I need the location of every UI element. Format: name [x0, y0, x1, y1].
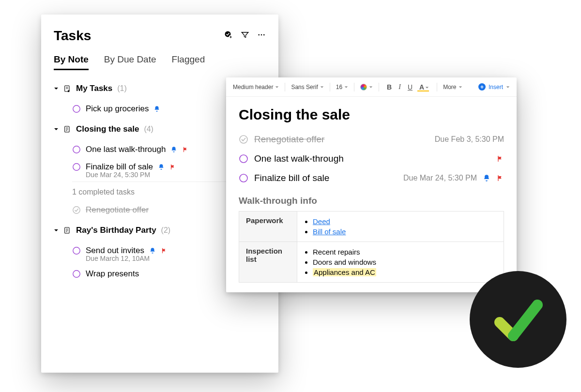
note-task-row[interactable]: One last walk-through: [239, 149, 504, 168]
due-date: Due Feb 3, 5:30 PM: [435, 135, 504, 144]
list-item: Appliances and AC: [313, 267, 497, 277]
task-checkbox[interactable]: [239, 154, 248, 164]
note-editor: Medium header Sans Serif 16 B I U A More…: [226, 77, 517, 292]
bell-icon: [170, 146, 177, 153]
table-row: Inspection list Recent repairs Doors and…: [239, 242, 504, 283]
svg-point-2: [258, 34, 260, 36]
check-badge: [470, 271, 566, 368]
link-deed[interactable]: Deed: [313, 217, 330, 226]
task-checkbox[interactable]: [72, 145, 81, 154]
svg-point-12: [73, 247, 80, 254]
flag-icon: [496, 174, 504, 182]
task-checkbox[interactable]: [72, 105, 81, 113]
svg-point-10: [73, 207, 80, 213]
svg-point-16: [240, 174, 247, 182]
svg-point-4: [263, 34, 265, 36]
note-icon: [63, 226, 71, 235]
note-body[interactable]: Closing the sale Renegotiate offer Due F…: [226, 97, 517, 292]
list-item: Doors and windows: [313, 257, 497, 267]
tasks-header: Tasks: [54, 28, 266, 44]
flag-icon: [182, 146, 189, 153]
color-picker[interactable]: [360, 84, 373, 90]
svg-point-6: [73, 106, 80, 112]
task-title: Wrap presents: [86, 269, 139, 279]
link-bill-of-sale[interactable]: Bill of sale: [313, 227, 346, 236]
chevron-down-icon: [54, 127, 59, 132]
note-star-icon: [63, 84, 71, 93]
list-item: Recent repairs: [313, 247, 497, 257]
task-checkbox[interactable]: [239, 173, 248, 183]
svg-point-3: [261, 34, 262, 36]
group-name: Ray's Birthday Party: [76, 226, 156, 235]
task-title: Finalize bill of sale: [86, 162, 153, 172]
filter-icon[interactable]: [241, 30, 249, 41]
task-title: Send out invites: [86, 246, 144, 256]
note-title: Closing the sale: [239, 106, 504, 123]
font-dropdown[interactable]: Sans Serif: [291, 84, 323, 90]
plus-icon: +: [478, 83, 486, 90]
tab-by-note[interactable]: By Note: [54, 54, 89, 70]
note-icon: [63, 125, 71, 134]
task-checkbox-done[interactable]: [239, 135, 248, 144]
table-row: Paperwork Deed Bill of sale: [239, 211, 504, 242]
task-title: Renegotiate offer: [86, 205, 149, 215]
task-title: Pick up groceries: [86, 104, 149, 114]
group-count: (4): [144, 125, 153, 134]
checkmark-icon: [489, 290, 547, 348]
svg-point-9: [73, 164, 80, 170]
task-checkbox[interactable]: [72, 270, 81, 278]
bold-button[interactable]: B: [385, 83, 394, 91]
svg-point-15: [240, 155, 247, 163]
row-value: Deed Bill of sale: [297, 211, 504, 242]
row-label: Inspection list: [239, 242, 297, 283]
flag-icon: [161, 247, 168, 254]
group-name: My Tasks: [76, 84, 112, 93]
row-value: Recent repairs Doors and windows Applian…: [297, 242, 504, 283]
italic-button[interactable]: I: [397, 83, 403, 91]
chevron-down-icon: [54, 228, 59, 233]
svg-point-14: [240, 136, 247, 143]
task-title: One last walk-through: [86, 145, 166, 154]
more-dropdown[interactable]: More: [443, 84, 462, 90]
bell-icon: [483, 174, 490, 182]
group-count: (1): [117, 84, 127, 93]
task-checkbox-done[interactable]: [72, 206, 81, 214]
flag-icon: [496, 155, 504, 163]
underline-button[interactable]: U: [406, 83, 414, 91]
note-section-heading: Walk-through info: [239, 196, 504, 206]
editor-toolbar: Medium header Sans Serif 16 B I U A More…: [226, 77, 517, 97]
due-date: Due Mar 24, 5:30 PM: [403, 174, 477, 182]
more-icon[interactable]: [257, 30, 266, 41]
bell-icon: [149, 247, 156, 254]
insert-button[interactable]: + Insert: [478, 83, 510, 90]
highlight-button[interactable]: A: [417, 83, 431, 91]
svg-point-13: [73, 271, 80, 277]
tab-flagged[interactable]: Flagged: [172, 54, 205, 70]
tasks-title: Tasks: [54, 28, 91, 44]
note-task-title: Finalize bill of sale: [254, 173, 329, 183]
row-label: Paperwork: [239, 211, 297, 242]
group-name: Closing the sale: [76, 124, 139, 134]
note-task-row[interactable]: Finalize bill of sale Due Mar 24, 5:30 P…: [239, 168, 504, 188]
task-checkbox[interactable]: [72, 163, 81, 171]
fontsize-dropdown[interactable]: 16: [336, 84, 348, 90]
bell-icon: [153, 106, 160, 112]
task-checkbox[interactable]: [72, 246, 81, 255]
style-dropdown[interactable]: Medium header: [233, 84, 279, 90]
tasks-tabs: By Note By Due Date Flagged: [54, 54, 266, 70]
note-task-title: Renegotiate offer: [254, 134, 324, 145]
note-task-row[interactable]: Renegotiate offer Due Feb 3, 5:30 PM: [239, 130, 504, 149]
add-task-icon[interactable]: [224, 30, 233, 41]
bell-icon: [158, 164, 165, 170]
group-count: (2): [161, 226, 171, 235]
flag-icon: [169, 164, 176, 170]
chevron-down-icon: [54, 86, 59, 91]
note-task-title: One last walk-through: [254, 153, 344, 164]
tab-by-due-date[interactable]: By Due Date: [104, 54, 156, 70]
info-table: Paperwork Deed Bill of sale Inspection l…: [239, 211, 504, 283]
svg-point-8: [73, 146, 80, 153]
